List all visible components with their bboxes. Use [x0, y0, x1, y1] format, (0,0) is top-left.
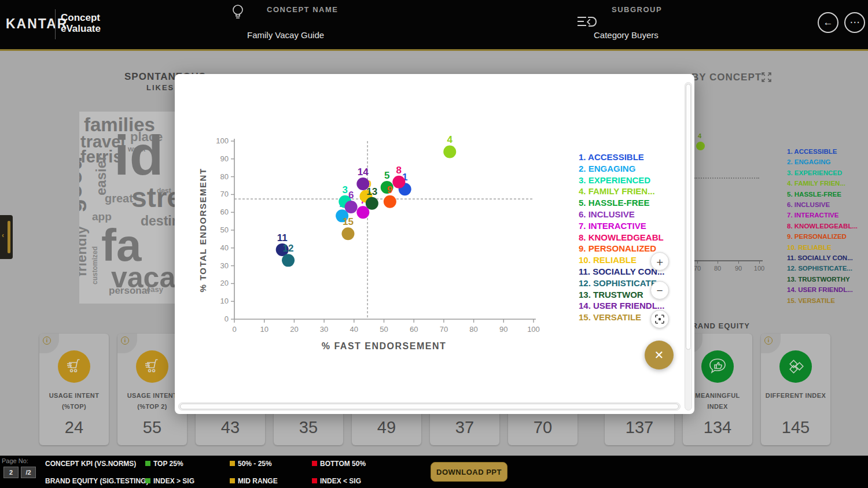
subgroup-value: Category Buyers [594, 30, 659, 40]
chart-modal: 0102030405060708090100010203040506070809… [175, 74, 694, 414]
bg-legend-item: 13. TRUSTWORTHY [787, 274, 868, 284]
svg-text:40: 40 [350, 325, 358, 334]
bg-chart-axis-tick-label: 70 [694, 265, 701, 272]
wordcloud-word: great [105, 193, 133, 204]
chart-point-13[interactable] [366, 197, 378, 210]
reset-zoom-icon [655, 315, 664, 324]
modal-legend-item: 9. PERSONALIZED [579, 243, 682, 254]
product-name-line1: Concept [61, 12, 101, 23]
download-ppt-button[interactable]: DOWNLOAD PPT [431, 462, 507, 482]
wordcloud-word: travel [80, 134, 125, 150]
legend-swatch [145, 461, 150, 466]
svg-text:60: 60 [410, 325, 418, 334]
chart-point-4[interactable] [443, 145, 456, 158]
subgroup-label: SUBGROUP [612, 5, 662, 14]
kpi-card-value: 70 [508, 418, 578, 437]
bg-chart-point-4-label: 4 [698, 132, 701, 139]
kpi-card-value: 43 [196, 418, 265, 437]
wordcloud-word: ferris [80, 149, 123, 165]
bg-legend-item: 5. HASSLE-FREE [787, 189, 868, 199]
reset-zoom-button[interactable] [650, 310, 669, 328]
footer-legend-item: TOP 25% [145, 460, 183, 468]
modal-legend-item: 14. USER FRIENDL... [579, 300, 682, 312]
info-icon[interactable]: i [43, 337, 51, 345]
zoom-in-icon: ＋ [654, 256, 665, 268]
bg-legend-item: 10. RELIABLE [787, 242, 868, 253]
more-options-button[interactable]: ⋯ [844, 12, 865, 33]
info-icon[interactable]: i [764, 337, 773, 345]
modal-horizontal-scrollbar[interactable] [178, 402, 681, 411]
chart-point-6[interactable] [345, 201, 358, 213]
wordcloud-word: personal [109, 286, 150, 295]
chart-point-label-13: 13 [366, 186, 377, 197]
bg-concept-legend: 1. ACCESSIBLE2. ENGAGING3. EXPERIENCED4.… [787, 146, 868, 306]
bg-chart-axis-tick [718, 260, 718, 264]
chart-point-label-4: 4 [447, 134, 453, 145]
legend-swatch [230, 478, 235, 483]
chart-point-8[interactable] [392, 176, 405, 188]
chart-point-14[interactable] [356, 178, 369, 190]
kpi-card: iDIFFERENT INDEX145 [761, 334, 830, 445]
wordcloud-word: destin [141, 215, 180, 228]
chart-point-label-14: 14 [358, 167, 369, 178]
wordcloud-word: vaca [111, 263, 175, 292]
modal-legend-item: 2. ENGAGING [579, 163, 682, 175]
footer-bar: Page No: 2 /2 CONCEPT KPI (VS.NORMS)TOP … [0, 456, 868, 488]
svg-text:50: 50 [380, 325, 388, 334]
left-section-subtitle: LIKES [146, 83, 174, 92]
svg-text:40: 40 [220, 243, 229, 252]
wordcloud-word: easier [94, 156, 108, 195]
chart-point-label-9: 9 [387, 184, 392, 195]
wordcloud-word: families [84, 115, 155, 134]
svg-text:90: 90 [499, 325, 507, 334]
bg-legend-item: 8. KNOWLEDGEABL... [787, 221, 868, 231]
bg-legend-item: 1. ACCESSIBLE [787, 146, 868, 157]
page-current-box[interactable]: 2 [3, 467, 19, 478]
wordcloud-word: easy [146, 286, 163, 293]
bg-legend-item: 15. VERSATILE [787, 295, 868, 306]
kpi-card: iUSAGE INTENT(%TOP)24 [39, 334, 109, 445]
footer-legend-item: INDEX > SIG [145, 477, 194, 485]
kpi-card-fold [761, 334, 781, 353]
back-button[interactable]: ← [818, 12, 838, 33]
svg-text:0: 0 [232, 325, 236, 334]
chart-point-9[interactable] [384, 195, 396, 208]
chart-point-15[interactable] [341, 227, 354, 240]
chart-point-label-8: 8 [396, 165, 402, 176]
chart-point-12[interactable] [282, 254, 295, 267]
wordcloud-word: app [92, 211, 112, 222]
kpi-card-value: 35 [274, 418, 343, 437]
chart-point-label-12: 12 [283, 243, 294, 254]
bg-chart-axis-tick [738, 260, 739, 264]
modal-legend-item: 6. INCLUSIVE [579, 209, 682, 220]
kpi-card-label: DIFFERENT INDEX [762, 392, 829, 399]
svg-text:70: 70 [440, 325, 448, 334]
svg-text:0: 0 [225, 315, 229, 323]
wordcloud-word: fa [101, 223, 141, 268]
product-name: Concept eValuate [61, 12, 101, 34]
zoom-in-button[interactable]: ＋ [650, 252, 669, 271]
modal-legend-item: 7. INTERACTIVE [579, 220, 682, 232]
bg-chart-axis-tick [697, 260, 698, 264]
expand-icon[interactable] [762, 72, 771, 84]
zoom-out-button[interactable]: − [650, 281, 669, 300]
modal-vertical-scrollbar[interactable] [685, 82, 692, 411]
modal-legend-item: 1. ACCESSIBLE [579, 151, 682, 163]
info-icon[interactable]: i [121, 337, 129, 345]
page-no-label: Page No: [2, 457, 28, 464]
svg-text:50: 50 [220, 225, 229, 234]
svg-text:30: 30 [320, 325, 328, 334]
bg-chart-axis-tick-label: 100 [754, 265, 764, 272]
bg-legend-item: 12. SOPHISTICATE... [787, 263, 868, 273]
kpi-card-value: 55 [117, 418, 187, 437]
cart-icon [136, 350, 168, 383]
footer-legend-item: 50% - 25% [230, 460, 272, 468]
svg-text:80: 80 [220, 172, 229, 181]
svg-text:80: 80 [469, 325, 477, 334]
footer-legend-label: CONCEPT KPI (VS.NORMS) [45, 460, 136, 468]
modal-close-button[interactable]: ✕ [645, 341, 674, 369]
svg-text:100: 100 [216, 136, 229, 145]
sidebar-toggle[interactable]: ‹ [0, 215, 13, 259]
footer-legend-item: INDEX < SIG [312, 477, 361, 485]
brand-equity-title: BRAND EQUITY [686, 321, 750, 330]
